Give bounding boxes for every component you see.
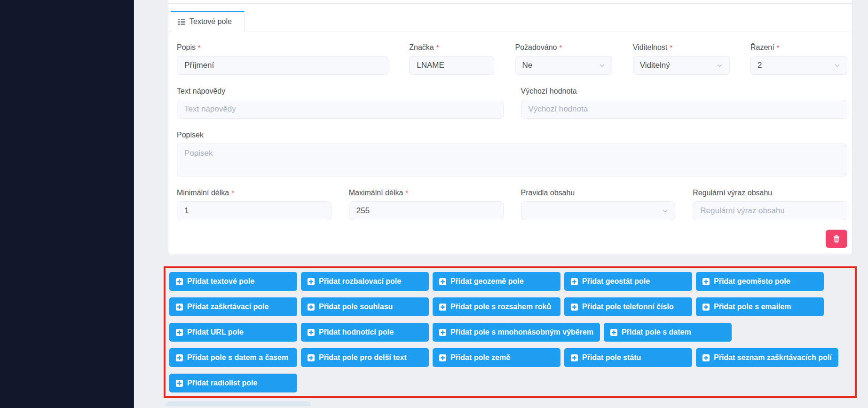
delete-field-button[interactable] xyxy=(826,230,847,248)
plus-square-icon xyxy=(308,304,315,311)
add-field-button[interactable]: Přidat pole s rozsahem roků xyxy=(433,297,560,316)
text-napovedy-label: Text nápovědy xyxy=(177,87,504,96)
add-field-button-label: Přidat textové pole xyxy=(187,277,254,286)
add-field-button-label: Přidat pole s emailem xyxy=(714,303,791,311)
list-icon xyxy=(178,18,185,25)
add-field-button-label: Přidat pole s mnohonásobným výběrem xyxy=(450,328,593,336)
add-field-button[interactable]: Přidat pole s emailem xyxy=(696,297,824,316)
add-field-button[interactable]: Přidat pole telefonní číslo xyxy=(564,297,692,316)
add-field-button[interactable]: Přidat rozbalovací pole xyxy=(301,272,429,291)
plus-square-icon xyxy=(571,354,578,361)
add-buttons-row: Přidat zaškrtávací polePřidat pole souhl… xyxy=(169,297,851,316)
plus-square-icon xyxy=(176,354,183,361)
add-buttons-row: Přidat URL polePřidat hodnotící polePřid… xyxy=(169,323,851,342)
maximalni-delka-label: Maximální délka xyxy=(349,189,403,197)
razeni-select[interactable]: 2 xyxy=(750,56,847,75)
tab-label: Textové pole xyxy=(189,17,232,26)
add-field-button[interactable]: Přidat radiolist pole xyxy=(169,374,297,392)
add-field-button-label: Přidat pole s datem xyxy=(622,328,691,336)
add-buttons-row: Přidat radiolist pole xyxy=(169,374,851,392)
add-field-button-label: Přidat pole země xyxy=(450,353,510,362)
required-asterisk: * xyxy=(231,189,234,197)
add-field-button[interactable]: Přidat pole s datem a časem xyxy=(169,348,297,367)
pravidla-obsahu-select[interactable] xyxy=(521,201,676,220)
tab-textove-pole[interactable]: Textové pole xyxy=(171,11,245,32)
plus-square-icon xyxy=(176,278,183,285)
plus-square-icon xyxy=(439,329,446,336)
add-field-button[interactable]: Přidat hodnotící pole xyxy=(301,323,429,342)
add-field-button-label: Přidat hodnotící pole xyxy=(319,328,394,336)
chevron-down-icon xyxy=(662,208,668,214)
vychozi-hodnota-input[interactable] xyxy=(521,100,848,119)
popisek-textarea[interactable] xyxy=(177,144,847,176)
add-field-button-label: Přidat radiolist pole xyxy=(187,379,257,387)
plus-square-icon xyxy=(308,278,315,285)
add-field-button-label: Přidat geozemě pole xyxy=(450,277,524,286)
add-field-button[interactable]: Přidat textové pole xyxy=(169,272,297,291)
add-field-button[interactable]: Přidat geostát pole xyxy=(564,272,692,291)
chevron-down-icon xyxy=(717,63,723,69)
required-asterisk: * xyxy=(670,43,672,51)
partially-visible-panel xyxy=(165,401,311,406)
plus-square-icon xyxy=(702,304,710,311)
regularni-vyraz-label: Regulární výraz obsahu xyxy=(693,189,847,197)
add-field-button[interactable]: Přidat geoměsto pole xyxy=(696,272,824,291)
plus-square-icon xyxy=(610,329,617,336)
minimalni-delka-label: Minimální délka xyxy=(177,189,229,197)
add-field-button[interactable]: Přidat pole souhlasu xyxy=(301,297,429,316)
add-buttons-row: Přidat pole s datem a časemPřidat pole p… xyxy=(169,348,851,367)
add-field-button[interactable]: Přidat geozemě pole xyxy=(433,272,560,291)
add-buttons-row: Přidat textové polePřidat rozbalovací po… xyxy=(169,272,851,291)
plus-square-icon xyxy=(571,278,578,285)
field-settings-form: Popis* Značka* Požadováno* Ne Viditelnos… xyxy=(168,32,852,255)
main-content: Textové pole Popis* Značka* Požadováno* … xyxy=(134,0,868,406)
add-field-buttons-panel: Přidat textové polePřidat rozbalovací po… xyxy=(164,266,857,398)
add-field-button[interactable]: Přidat pole s datem xyxy=(604,323,732,342)
add-field-button-label: Přidat seznam zaškrtávacích polí xyxy=(714,353,832,362)
popis-input[interactable] xyxy=(177,56,388,75)
chevron-down-icon xyxy=(599,63,605,69)
text-napovedy-input[interactable] xyxy=(177,100,504,119)
chevron-down-icon xyxy=(834,63,840,69)
maximalni-delka-input[interactable] xyxy=(349,201,504,220)
viditelnost-select[interactable]: Viditelný xyxy=(633,56,730,75)
add-field-button-label: Přidat pole souhlasu xyxy=(319,303,393,311)
required-asterisk: * xyxy=(436,43,439,51)
znacka-input[interactable] xyxy=(409,56,494,75)
add-field-button-label: Přidat geoměsto pole xyxy=(714,277,790,286)
trash-icon xyxy=(833,235,840,243)
add-field-button[interactable]: Přidat pole pro delší text xyxy=(301,348,429,367)
plus-square-icon xyxy=(571,304,578,311)
add-field-button-label: Přidat pole s datem a časem xyxy=(187,353,288,362)
pozadovano-select[interactable]: Ne xyxy=(515,56,612,75)
razeni-selected-value: 2 xyxy=(758,61,762,70)
viditelnost-selected-value: Viditelný xyxy=(640,61,670,70)
plus-square-icon xyxy=(702,278,710,285)
znacka-label: Značka xyxy=(409,43,434,51)
add-field-button-label: Přidat pole telefonní číslo xyxy=(582,303,674,311)
required-asterisk: * xyxy=(777,43,780,51)
required-asterisk: * xyxy=(559,43,562,51)
plus-square-icon xyxy=(439,278,446,285)
pozadovano-label: Požadováno xyxy=(515,43,557,51)
popisek-label: Popisek xyxy=(177,131,847,139)
regularni-vyraz-input[interactable] xyxy=(693,201,847,220)
add-field-button[interactable]: Přidat pole země xyxy=(433,348,560,367)
add-field-button[interactable]: Přidat zaškrtávací pole xyxy=(169,297,297,316)
minimalni-delka-input[interactable] xyxy=(177,201,331,220)
plus-square-icon xyxy=(176,380,183,387)
add-field-button[interactable]: Přidat pole státu xyxy=(564,348,692,367)
pozadovano-selected-value: Ne xyxy=(522,61,533,70)
plus-square-icon xyxy=(439,304,446,311)
add-field-button-label: Přidat pole pro delší text xyxy=(319,353,407,362)
plus-square-icon xyxy=(176,329,183,336)
add-field-button[interactable]: Přidat pole s mnohonásobným výběrem xyxy=(433,323,600,342)
add-field-button[interactable]: Přidat seznam zaškrtávacích polí xyxy=(696,348,838,367)
add-field-button-label: Přidat zaškrtávací pole xyxy=(187,303,268,311)
add-field-button[interactable]: Přidat URL pole xyxy=(169,323,297,342)
vychozi-hodnota-label: Výchozí hodnota xyxy=(521,87,848,96)
add-field-button-label: Přidat rozbalovací pole xyxy=(319,277,401,286)
plus-square-icon xyxy=(176,304,183,311)
razeni-label: Řazení xyxy=(750,43,774,51)
required-asterisk: * xyxy=(405,189,408,197)
